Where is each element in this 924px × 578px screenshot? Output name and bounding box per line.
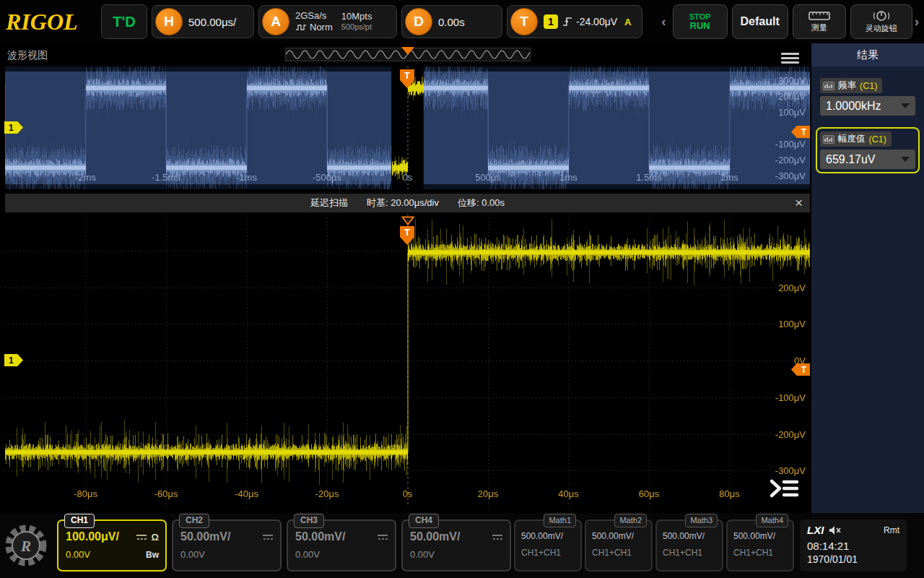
remote-label: Rmt — [884, 525, 899, 535]
dropdown-icon[interactable] — [901, 103, 910, 108]
trigger-status-badge: T'D — [101, 4, 147, 39]
math-expression: CH1+CH1 — [521, 548, 576, 558]
bandwidth-label: Bw — [146, 550, 159, 560]
measure-label: 测量 — [811, 22, 827, 33]
math-box-math1[interactable]: Math1 500.00mV/ CH1+CH1 — [514, 519, 582, 571]
measurement-item-frequency[interactable]: 频率(C1) 1.0000kHz — [816, 74, 920, 120]
rigol-logo: RIGOL — [6, 9, 95, 35]
acquire-mode-value: Norm — [310, 22, 333, 33]
math-box-math2[interactable]: Math2 500.00mV/ CH1+CH1 — [585, 519, 653, 571]
sample-resolution-value: 500ps/pt — [341, 22, 372, 33]
channel-box-ch4[interactable]: CH4 50.00mV/ 0.00V — [401, 519, 511, 571]
run-label: RUN — [690, 21, 710, 31]
horizontal-settings-pill[interactable]: H 500.00μs/ — [152, 5, 254, 38]
channel-tab[interactable]: CH2 — [179, 514, 209, 528]
math-expression: CH1+CH1 — [592, 548, 647, 558]
measurement-source: (C1) — [860, 81, 877, 91]
acquire-settings-pill[interactable]: A 2GSa/s Norm 10Mpts 500ps/pt — [258, 5, 397, 38]
measurement-name: 频率 — [838, 79, 856, 92]
trigger-slope-icon — [562, 16, 572, 27]
measurement-icon — [823, 135, 834, 144]
delay-settings-pill[interactable]: D 0.00s — [401, 5, 502, 38]
math-tab[interactable]: Math3 — [685, 514, 718, 527]
delay-knob[interactable]: D — [405, 8, 432, 35]
chevron-right-icon[interactable]: › — [912, 14, 921, 30]
channel-box-ch2[interactable]: CH2 50.00mV/ 0.00V — [172, 519, 282, 571]
trigger-coupling-value: A — [624, 17, 631, 27]
channel-scale: 50.00mV/ — [295, 530, 345, 543]
channel-box-ch1[interactable]: CH1 100.00μV/ Ω 0.00V Bw — [57, 519, 167, 571]
lxi-label: LXI — [807, 524, 824, 536]
waveform-view-area: 波形视图 -2ms-1.5ms-1ms-500μs0s500μs1ms1.5ms… — [0, 43, 810, 513]
math-scale: 500.00mV/ — [592, 531, 647, 541]
waveform-menu-icon[interactable] — [768, 477, 800, 500]
close-icon[interactable]: × — [795, 194, 803, 212]
measurement-item-amplitude[interactable]: 幅度值(C1) 659.17uV — [816, 127, 920, 173]
quick-knob-button[interactable]: 灵动旋钮 — [850, 4, 912, 39]
delayed-sweep-bar[interactable]: 延迟扫描 时基: 20.00μs/div 位移: 0.00s × — [5, 194, 810, 212]
chevron-left-icon[interactable]: ‹ — [659, 14, 668, 30]
speaker-muted-icon[interactable] — [829, 525, 842, 535]
measurement-source: (C1) — [869, 134, 886, 144]
channel-offset: 0.00V — [410, 549, 435, 560]
channel-offset: 0.00V — [180, 549, 205, 560]
stop-run-button[interactable]: STOP RUN — [673, 4, 728, 39]
dropdown-icon[interactable] — [901, 157, 910, 162]
results-panel: 结果 频率(C1) 1.0000kHz 幅度值(C1) 659.17uV — [811, 43, 924, 513]
impedance-label: Ω — [152, 532, 159, 543]
math-tab[interactable]: Math2 — [614, 514, 647, 527]
horizontal-scale-value: 500.00μs/ — [188, 16, 236, 28]
math-tab[interactable]: Math4 — [756, 514, 788, 527]
channel-tab[interactable]: CH3 — [294, 514, 324, 528]
svg-text:R: R — [20, 538, 31, 555]
measurement-value: 1.0000kHz — [826, 100, 881, 113]
sample-rate-value: 2GSa/s — [295, 10, 333, 22]
channel-offset: 0.00V — [295, 549, 320, 560]
math-scale: 500.00mV/ — [733, 531, 788, 541]
delay-value: 0.00s — [438, 16, 465, 28]
horizontal-position-marker-icon[interactable] — [401, 47, 414, 55]
delayed-sweep-title: 延迟扫描 — [310, 197, 348, 210]
measurement-name: 幅度值 — [838, 133, 866, 145]
channel-scale: 50.00mV/ — [180, 530, 230, 543]
top-bar: RIGOL T'D H 500.00μs/ A 2GSa/s Norm 10Mp… — [0, 0, 924, 43]
dc-coupling-icon — [136, 533, 147, 540]
trigger-source-badge: 1 — [544, 14, 558, 29]
dc-coupling-icon — [262, 533, 274, 540]
trigger-status-label: T'D — [113, 14, 135, 30]
channel-box-ch3[interactable]: CH3 50.00mV/ 0.00V — [287, 519, 396, 571]
math-box-math3[interactable]: Math3 500.00mV/ CH1+CH1 — [655, 519, 723, 571]
channel-offset: 0.00V — [66, 549, 90, 560]
zoom-waveform-canvas[interactable] — [5, 214, 810, 507]
dc-coupling-icon — [377, 533, 388, 540]
acquire-knob[interactable]: A — [262, 8, 289, 35]
quick-knob-label: 灵动旋钮 — [866, 23, 897, 34]
bottom-bar: R CH1 100.00μV/ Ω 0.00V Bw CH2 50.00mV/ … — [0, 513, 924, 578]
trigger-level-value: -24.00μV — [576, 16, 617, 27]
default-button[interactable]: Default — [732, 4, 788, 39]
dc-coupling-icon — [492, 533, 503, 540]
channel-tab[interactable]: CH4 — [409, 514, 439, 528]
math-tab[interactable]: Math1 — [544, 514, 576, 527]
clock-time: 08:14:21 — [807, 540, 899, 552]
knob-icon — [872, 10, 891, 22]
clock-date: 1970/01/01 — [807, 553, 899, 565]
waveform-view-title: 波形视图 — [7, 49, 48, 62]
rigol-gear-logo[interactable]: R — [0, 523, 52, 568]
trigger-settings-pill[interactable]: T 1 -24.00μV A — [507, 5, 642, 38]
measure-button[interactable]: 测量 — [793, 4, 846, 39]
hamburger-menu-icon[interactable] — [781, 51, 799, 66]
channel-scale: 100.00μV/ — [66, 530, 119, 543]
horizontal-knob[interactable]: H — [155, 8, 183, 35]
math-box-math4[interactable]: Math4 500.00mV/ CH1+CH1 — [726, 519, 794, 571]
measurement-icon — [823, 82, 834, 90]
zoom-window-marker-icon[interactable] — [401, 216, 414, 225]
trigger-knob[interactable]: T — [510, 8, 538, 35]
math-scale: 500.00mV/ — [521, 531, 576, 541]
delayed-sweep-offset: 位移: 0.00s — [458, 197, 505, 210]
delayed-sweep-timebase: 时基: 20.00μs/div — [367, 197, 439, 210]
measurement-value: 659.17uV — [826, 153, 876, 166]
results-panel-title: 结果 — [811, 43, 924, 66]
channel-tab[interactable]: CH1 — [64, 514, 95, 528]
math-expression: CH1+CH1 — [733, 548, 788, 558]
